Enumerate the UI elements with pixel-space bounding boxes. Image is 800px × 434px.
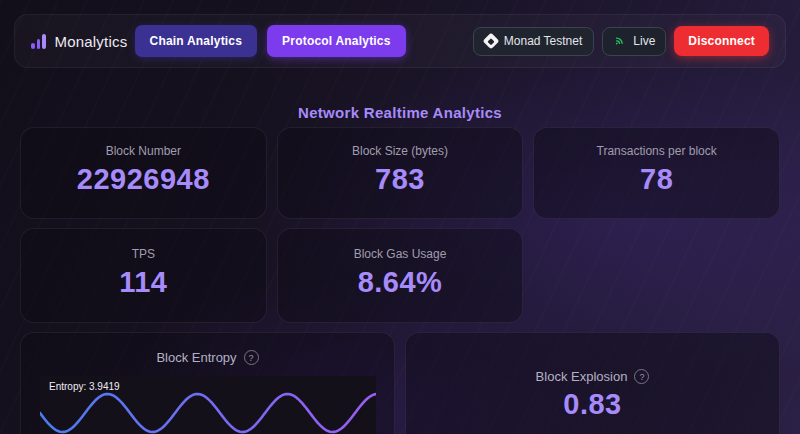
entropy-panel-title: Block Entropy	[156, 350, 236, 365]
app-title: Monalytics	[55, 33, 128, 50]
stat-value: 78	[640, 163, 673, 196]
navbar: Monalytics Chain Analytics Protocol Anal…	[14, 14, 786, 68]
stats-row-1: Block Number 22926948 Block Size (bytes)…	[20, 127, 780, 219]
stat-label: Block Gas Usage	[354, 247, 447, 261]
tab-protocol-analytics[interactable]: Protocol Analytics	[267, 25, 406, 57]
help-icon[interactable]: ?	[634, 369, 649, 384]
explosion-panel-title: Block Explosion	[536, 369, 628, 384]
stat-value: 8.64%	[358, 266, 443, 299]
block-entropy-panel: Block Entropy ? Entropy: 3.9419	[20, 332, 395, 434]
stat-card-tps: TPS 114	[20, 228, 267, 323]
navbar-right: Monad Testnet Live Disconnect	[473, 26, 769, 56]
live-status-badge: Live	[602, 27, 666, 56]
block-explosion-panel: Block Explosion ? 0.83	[405, 332, 780, 434]
page-title: Network Realtime Analytics	[0, 104, 800, 121]
stat-label: Block Number	[106, 144, 181, 158]
wifi-signal-icon	[611, 31, 629, 49]
entropy-wave-path	[40, 394, 376, 432]
explosion-value: 0.83	[563, 388, 621, 421]
disconnect-button[interactable]: Disconnect	[674, 26, 769, 56]
stat-value: 783	[375, 163, 425, 196]
stat-card-block-size: Block Size (bytes) 783	[277, 127, 524, 219]
help-icon[interactable]: ?	[244, 350, 259, 365]
tab-chain-analytics[interactable]: Chain Analytics	[135, 25, 258, 57]
entropy-annotation: Entropy: 3.9419	[49, 381, 120, 392]
stat-label: Transactions per block	[597, 144, 717, 158]
stat-card-block-number: Block Number 22926948	[20, 127, 267, 219]
bar-chart-logo-icon	[31, 34, 46, 49]
panels-row: Block Entropy ? Entropy: 3.9419 Block Ex…	[20, 332, 780, 434]
nav-tabs: Chain Analytics Protocol Analytics	[135, 25, 406, 57]
stat-card-transactions-per-block: Transactions per block 78	[533, 127, 780, 219]
brand: Monalytics	[31, 33, 127, 50]
live-badge-label: Live	[633, 34, 655, 48]
network-badge[interactable]: Monad Testnet	[473, 27, 595, 56]
monad-diamond-icon	[482, 33, 499, 50]
stat-value: 22926948	[77, 163, 210, 196]
network-badge-label: Monad Testnet	[504, 34, 583, 48]
stat-label: TPS	[132, 247, 155, 261]
stats-row-2: TPS 114 Block Gas Usage 8.64%	[20, 228, 780, 323]
stat-card-block-gas-usage: Block Gas Usage 8.64%	[277, 228, 524, 323]
stat-value: 114	[119, 266, 167, 299]
entropy-chart: Entropy: 3.9419	[40, 376, 376, 434]
stat-label: Block Size (bytes)	[352, 144, 448, 158]
